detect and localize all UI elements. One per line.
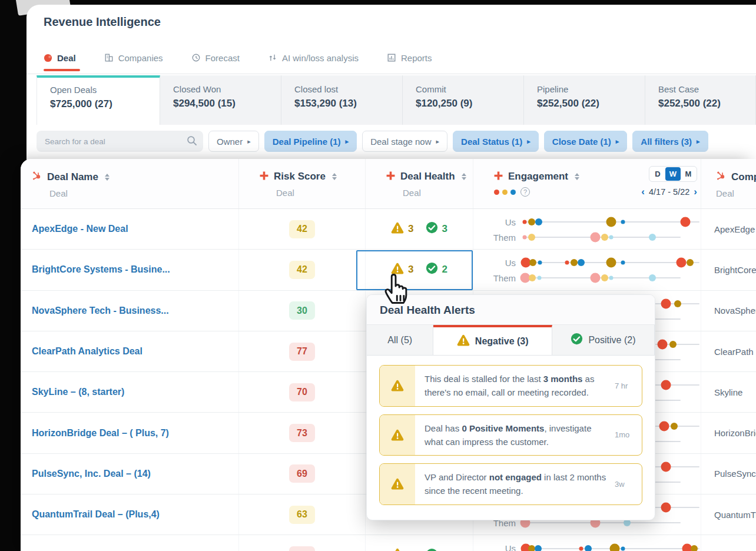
table-header: Deal Name Deal Risk Score Deal Deal Heal… bbox=[21, 159, 756, 209]
popup-tab-positive[interactable]: Positive (2) bbox=[552, 325, 655, 355]
filter-chip-all-filters[interactable]: All filters (3)▸ bbox=[632, 131, 708, 152]
engagement-dot bbox=[528, 218, 535, 225]
search-input[interactable] bbox=[37, 131, 203, 152]
company-cell: Skyline bbox=[701, 372, 756, 412]
summary-card[interactable]: Open Deals$725,000 (27) bbox=[37, 75, 160, 125]
tab-companies[interactable]: Companies bbox=[104, 53, 163, 63]
engagement-cell: UsThem bbox=[473, 535, 701, 551]
company-cell: ClearPath bbox=[701, 331, 756, 371]
risk-score-cell bbox=[238, 535, 365, 551]
sort-icon[interactable] bbox=[575, 173, 579, 180]
card-label: Closed Won bbox=[173, 84, 281, 94]
filter-chip-deal-status[interactable]: Deal Status (1)▸ bbox=[453, 131, 539, 152]
sort-icon[interactable] bbox=[332, 173, 337, 180]
deal-name-link[interactable]: HorizonBridge Deal – ( Plus, 7) bbox=[32, 428, 169, 439]
engagement-timeline bbox=[523, 262, 699, 263]
deal-name-link[interactable]: SkyLine – (8, starter) bbox=[32, 387, 124, 397]
risk-score-cell: 70 bbox=[238, 372, 365, 412]
filter-chip-close-date[interactable]: Close Date (1)▸ bbox=[544, 131, 628, 152]
deal-name-link[interactable]: PulseSync, Inc. Deal – (14) bbox=[32, 469, 151, 479]
deal-health-cell[interactable]: 32 bbox=[365, 250, 473, 290]
tab-reports[interactable]: Reports bbox=[387, 53, 432, 63]
summary-card[interactable]: Commit$120,250 (9) bbox=[403, 75, 524, 125]
deal-icon bbox=[44, 54, 52, 62]
filter-chip-owner[interactable]: Owner▸ bbox=[208, 131, 259, 152]
engagement-dot bbox=[601, 274, 608, 281]
deal-name-link[interactable]: QuantumTrail Deal – (Plus,4) bbox=[32, 509, 160, 520]
check-icon bbox=[426, 262, 438, 277]
summary-card[interactable]: Pipeline$252,500 (22) bbox=[524, 75, 645, 125]
popup-title: Deal Health Alerts bbox=[380, 304, 475, 316]
deal-name-link[interactable]: ClearPath Analytics Deal bbox=[32, 346, 142, 357]
engagement-timeline bbox=[523, 237, 681, 238]
deal-name-cell: PulseSync, Inc. Deal – (14) bbox=[21, 454, 238, 494]
risk-score-badge: 70 bbox=[289, 383, 315, 401]
period-option-W[interactable]: W bbox=[665, 167, 681, 181]
chip-label: Close Date (1) bbox=[552, 137, 611, 147]
card-label: Open Deals bbox=[50, 85, 160, 95]
deal-health-cell[interactable]: 33 bbox=[365, 209, 473, 249]
engagement-dot bbox=[649, 274, 656, 281]
risk-score-cell: 30 bbox=[238, 291, 365, 331]
engagement-dot bbox=[621, 546, 625, 550]
tab-label: Reports bbox=[401, 53, 432, 63]
card-value: $120,250 (9) bbox=[416, 98, 523, 109]
popup-tab-negative[interactable]: Negative (3) bbox=[433, 325, 552, 355]
warning-icon bbox=[391, 548, 404, 551]
filter-chip-deal-stage-now[interactable]: Deal stage now▸ bbox=[362, 131, 447, 152]
engagement-dot bbox=[676, 258, 686, 268]
chevron-right-icon[interactable]: › bbox=[694, 187, 697, 197]
engagement-dot bbox=[609, 276, 614, 280]
help-icon[interactable]: ? bbox=[520, 187, 530, 197]
alert-card: VP and Director not engaged in last 2 mo… bbox=[379, 463, 642, 505]
popup-alert-list: This deal is stalled for the last 3 mont… bbox=[367, 356, 655, 515]
check-icon bbox=[571, 333, 583, 347]
caret-icon: ▸ bbox=[616, 138, 619, 145]
app-cross-icon bbox=[494, 171, 503, 182]
deal-name-link[interactable]: ApexEdge - New Deal bbox=[32, 224, 128, 234]
check-icon bbox=[426, 548, 438, 551]
legend-dot bbox=[510, 190, 516, 195]
sort-icon[interactable] bbox=[105, 174, 110, 181]
health-pos-count: 2 bbox=[426, 548, 447, 551]
nav-tabs: DealCompaniesForecastAI win/loss analysi… bbox=[44, 48, 432, 67]
health-neg-count: 3 bbox=[391, 222, 413, 237]
risk-score-cell: 42 bbox=[238, 209, 365, 249]
card-value: $725,000 (27) bbox=[50, 98, 160, 110]
risk-score-cell: 42 bbox=[238, 250, 365, 290]
deal-health-cell[interactable]: 32 bbox=[365, 535, 473, 551]
deal-name-link[interactable]: BrightCore Systems - Busine... bbox=[32, 264, 170, 275]
column-header-engagement: Engagement ? DWM ‹ 4/17 - 5/22 › bbox=[473, 159, 701, 208]
alert-timestamp: 3w bbox=[615, 464, 642, 504]
summary-card[interactable]: Closed Won$294,500 (15) bbox=[160, 75, 281, 125]
search-icon bbox=[187, 135, 197, 148]
column-header-company: Comp Deal bbox=[701, 159, 756, 208]
period-option-M[interactable]: M bbox=[681, 167, 696, 181]
engagement-dot bbox=[538, 276, 542, 280]
summary-card[interactable]: Closed lost$153,290 (13) bbox=[281, 75, 403, 125]
engagement-dot bbox=[624, 519, 631, 526]
sort-icon[interactable] bbox=[462, 173, 466, 180]
risk-score-badge: 69 bbox=[289, 464, 315, 483]
risk-score-cell: 63 bbox=[238, 494, 365, 535]
period-option-D[interactable]: D bbox=[650, 167, 665, 181]
chevron-left-icon[interactable]: ‹ bbox=[641, 187, 645, 197]
engagement-dot bbox=[591, 273, 601, 283]
popup-tab-all[interactable]: All (5) bbox=[367, 325, 433, 355]
risk-score-badge: 73 bbox=[289, 424, 315, 442]
column-header-risk-score: Risk Score Deal bbox=[238, 159, 365, 208]
filter-chip-deal-pipeline[interactable]: Deal Pipeline (1)▸ bbox=[264, 131, 357, 152]
company-cell: ApexEdge bbox=[701, 209, 756, 249]
engagement-dot bbox=[585, 545, 592, 551]
alert-timestamp: 7 hr bbox=[615, 366, 642, 406]
popup-tab-label: Positive (2) bbox=[588, 335, 635, 346]
tab-forecast[interactable]: Forecast bbox=[191, 53, 240, 63]
summary-card[interactable]: Best Case$252,500 (22) bbox=[645, 75, 756, 125]
company-cell: NovaSphere bbox=[701, 291, 756, 331]
health-neg-count: 3 bbox=[391, 548, 413, 551]
tab-deal[interactable]: Deal bbox=[44, 53, 76, 63]
date-range-nav: ‹ 4/17 - 5/22 › bbox=[641, 187, 697, 197]
engagement-dot bbox=[606, 258, 616, 268]
deal-name-link[interactable]: NovaSphere Tech - Business... bbox=[32, 306, 169, 316]
tab-ai-winloss[interactable]: AI win/loss analysis bbox=[268, 53, 359, 63]
